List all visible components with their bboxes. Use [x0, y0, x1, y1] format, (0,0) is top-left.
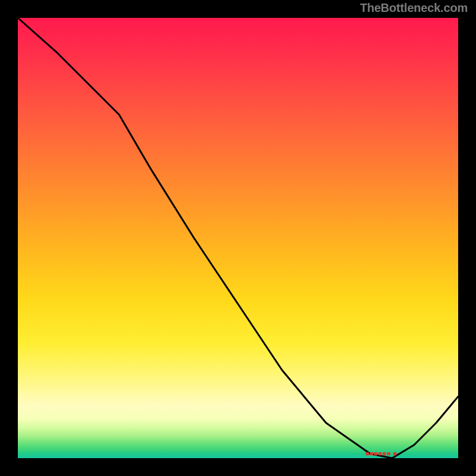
watermark-text: TheBottleneck.com: [360, 1, 468, 15]
bottleneck-curve: [18, 18, 458, 458]
chart-frame: TheBottleneck.com ■■■■■■ ■: [0, 0, 476, 476]
curve-svg: [18, 18, 458, 458]
optimum-marker: ■■■■■■ ■: [365, 450, 397, 457]
